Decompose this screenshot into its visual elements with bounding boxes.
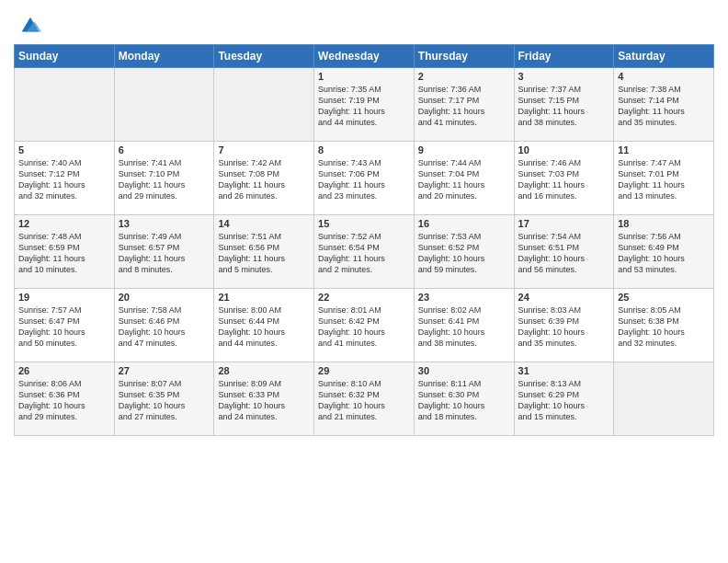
day-number: 18 (618, 218, 710, 229)
calendar-cell (15, 68, 115, 142)
day-info: Sunrise: 7:56 AMSunset: 6:49 PMDaylight:… (618, 231, 710, 276)
logo-icon (17, 13, 43, 39)
day-number: 27 (119, 365, 210, 376)
week-row-2: 12Sunrise: 7:48 AMSunset: 6:59 PMDayligh… (15, 215, 714, 289)
calendar-cell: 21Sunrise: 8:00 AMSunset: 6:44 PMDayligh… (214, 289, 314, 362)
week-row-4: 26Sunrise: 8:06 AMSunset: 6:36 PMDayligh… (15, 362, 714, 436)
calendar-cell: 29Sunrise: 8:10 AMSunset: 6:32 PMDayligh… (314, 362, 415, 436)
calendar-cell: 14Sunrise: 7:51 AMSunset: 6:56 PMDayligh… (214, 215, 314, 289)
day-number: 26 (18, 365, 110, 376)
calendar-cell: 22Sunrise: 8:01 AMSunset: 6:42 PMDayligh… (314, 289, 415, 362)
day-info: Sunrise: 7:43 AMSunset: 7:06 PMDaylight:… (318, 157, 410, 202)
day-info: Sunrise: 7:42 AMSunset: 7:08 PMDaylight:… (218, 157, 310, 202)
calendar-cell: 3Sunrise: 7:37 AMSunset: 7:15 PMDaylight… (514, 68, 614, 142)
day-info: Sunrise: 8:10 AMSunset: 6:32 PMDaylight:… (318, 378, 410, 423)
day-number: 6 (119, 144, 210, 155)
day-info: Sunrise: 8:06 AMSunset: 6:36 PMDaylight:… (18, 378, 110, 423)
day-number: 9 (418, 144, 510, 155)
week-row-0: 1Sunrise: 7:35 AMSunset: 7:19 PMDaylight… (15, 68, 714, 142)
week-row-3: 19Sunrise: 7:57 AMSunset: 6:47 PMDayligh… (15, 289, 714, 362)
day-number: 16 (418, 218, 510, 229)
calendar-cell: 16Sunrise: 7:53 AMSunset: 6:52 PMDayligh… (414, 215, 514, 289)
day-number: 3 (518, 71, 610, 82)
day-number: 13 (119, 218, 210, 229)
logo (14, 13, 43, 39)
calendar-cell: 7Sunrise: 7:42 AMSunset: 7:08 PMDaylight… (214, 142, 314, 215)
day-number: 1 (318, 71, 410, 82)
day-number: 31 (518, 365, 610, 376)
weekday-header-wednesday: Wednesday (314, 45, 415, 68)
header (14, 9, 714, 39)
weekday-header-row: SundayMondayTuesdayWednesdayThursdayFrid… (15, 45, 714, 68)
calendar-cell: 25Sunrise: 8:05 AMSunset: 6:38 PMDayligh… (614, 289, 714, 362)
page: SundayMondayTuesdayWednesdayThursdayFrid… (0, 0, 728, 563)
day-number: 22 (318, 292, 410, 303)
day-number: 12 (18, 218, 110, 229)
day-info: Sunrise: 8:02 AMSunset: 6:41 PMDaylight:… (418, 304, 510, 350)
day-number: 28 (218, 365, 310, 376)
day-info: Sunrise: 7:52 AMSunset: 6:54 PMDaylight:… (318, 231, 410, 276)
day-info: Sunrise: 7:57 AMSunset: 6:47 PMDaylight:… (18, 304, 110, 350)
day-info: Sunrise: 8:01 AMSunset: 6:42 PMDaylight:… (318, 304, 410, 350)
day-number: 24 (518, 292, 610, 303)
day-info: Sunrise: 8:07 AMSunset: 6:35 PMDaylight:… (119, 378, 210, 423)
calendar-cell (114, 68, 214, 142)
day-number: 2 (418, 71, 510, 82)
calendar-cell: 15Sunrise: 7:52 AMSunset: 6:54 PMDayligh… (314, 215, 415, 289)
day-info: Sunrise: 7:49 AMSunset: 6:57 PMDaylight:… (119, 231, 210, 276)
calendar-cell: 24Sunrise: 8:03 AMSunset: 6:39 PMDayligh… (514, 289, 614, 362)
day-number: 25 (618, 292, 710, 303)
day-info: Sunrise: 7:37 AMSunset: 7:15 PMDaylight:… (518, 84, 610, 129)
calendar-cell: 30Sunrise: 8:11 AMSunset: 6:30 PMDayligh… (414, 362, 514, 436)
day-info: Sunrise: 8:09 AMSunset: 6:33 PMDaylight:… (218, 378, 310, 423)
day-number: 11 (618, 144, 710, 155)
calendar-cell: 26Sunrise: 8:06 AMSunset: 6:36 PMDayligh… (15, 362, 115, 436)
calendar-cell: 23Sunrise: 8:02 AMSunset: 6:41 PMDayligh… (414, 289, 514, 362)
calendar-cell: 27Sunrise: 8:07 AMSunset: 6:35 PMDayligh… (114, 362, 214, 436)
day-number: 4 (618, 71, 710, 82)
day-info: Sunrise: 7:35 AMSunset: 7:19 PMDaylight:… (318, 84, 410, 129)
day-info: Sunrise: 7:41 AMSunset: 7:10 PMDaylight:… (119, 157, 210, 202)
calendar-cell (614, 362, 714, 436)
calendar-cell: 12Sunrise: 7:48 AMSunset: 6:59 PMDayligh… (15, 215, 115, 289)
week-row-1: 5Sunrise: 7:40 AMSunset: 7:12 PMDaylight… (15, 142, 714, 215)
calendar-cell (214, 68, 314, 142)
calendar-cell: 8Sunrise: 7:43 AMSunset: 7:06 PMDaylight… (314, 142, 415, 215)
day-number: 17 (518, 218, 610, 229)
calendar-cell: 11Sunrise: 7:47 AMSunset: 7:01 PMDayligh… (614, 142, 714, 215)
day-number: 21 (218, 292, 310, 303)
calendar-cell: 17Sunrise: 7:54 AMSunset: 6:51 PMDayligh… (514, 215, 614, 289)
weekday-header-sunday: Sunday (15, 45, 115, 68)
day-info: Sunrise: 8:00 AMSunset: 6:44 PMDaylight:… (218, 304, 310, 350)
day-number: 15 (318, 218, 410, 229)
calendar-cell: 13Sunrise: 7:49 AMSunset: 6:57 PMDayligh… (114, 215, 214, 289)
day-number: 14 (218, 218, 310, 229)
day-info: Sunrise: 7:44 AMSunset: 7:04 PMDaylight:… (418, 157, 510, 202)
day-number: 30 (418, 365, 510, 376)
day-number: 23 (418, 292, 510, 303)
day-info: Sunrise: 7:47 AMSunset: 7:01 PMDaylight:… (618, 157, 710, 202)
calendar-cell: 31Sunrise: 8:13 AMSunset: 6:29 PMDayligh… (514, 362, 614, 436)
day-number: 8 (318, 144, 410, 155)
calendar-cell: 1Sunrise: 7:35 AMSunset: 7:19 PMDaylight… (314, 68, 415, 142)
day-number: 10 (518, 144, 610, 155)
day-number: 19 (18, 292, 110, 303)
weekday-header-saturday: Saturday (614, 45, 714, 68)
calendar-cell: 5Sunrise: 7:40 AMSunset: 7:12 PMDaylight… (15, 142, 115, 215)
day-info: Sunrise: 7:53 AMSunset: 6:52 PMDaylight:… (418, 231, 510, 276)
weekday-header-tuesday: Tuesday (214, 45, 314, 68)
calendar-cell: 28Sunrise: 8:09 AMSunset: 6:33 PMDayligh… (214, 362, 314, 436)
calendar-cell: 6Sunrise: 7:41 AMSunset: 7:10 PMDaylight… (114, 142, 214, 215)
calendar-cell: 18Sunrise: 7:56 AMSunset: 6:49 PMDayligh… (614, 215, 714, 289)
weekday-header-thursday: Thursday (414, 45, 514, 68)
calendar-cell: 10Sunrise: 7:46 AMSunset: 7:03 PMDayligh… (514, 142, 614, 215)
day-info: Sunrise: 7:46 AMSunset: 7:03 PMDaylight:… (518, 157, 610, 202)
calendar-cell: 9Sunrise: 7:44 AMSunset: 7:04 PMDaylight… (414, 142, 514, 215)
day-info: Sunrise: 7:54 AMSunset: 6:51 PMDaylight:… (518, 231, 610, 276)
day-number: 20 (119, 292, 210, 303)
day-info: Sunrise: 8:13 AMSunset: 6:29 PMDaylight:… (518, 378, 610, 423)
calendar-cell: 19Sunrise: 7:57 AMSunset: 6:47 PMDayligh… (15, 289, 115, 362)
calendar: SundayMondayTuesdayWednesdayThursdayFrid… (14, 44, 714, 436)
calendar-cell: 4Sunrise: 7:38 AMSunset: 7:14 PMDaylight… (614, 68, 714, 142)
day-info: Sunrise: 7:58 AMSunset: 6:46 PMDaylight:… (119, 304, 210, 350)
